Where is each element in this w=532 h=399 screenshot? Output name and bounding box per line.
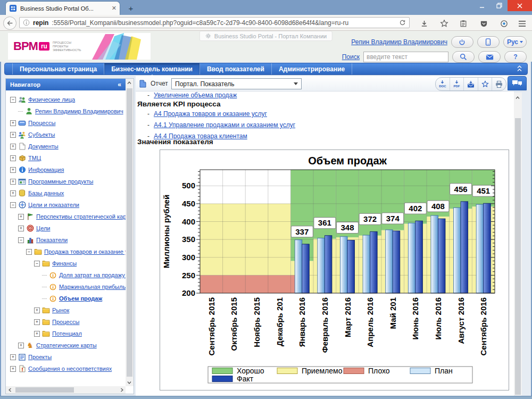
- nav-tab-2[interactable]: Ввод показателей: [200, 63, 272, 74]
- expand-node-icon[interactable]: +: [10, 179, 16, 185]
- maximize-button[interactable]: [491, 0, 508, 11]
- menu-button[interactable]: [517, 19, 527, 28]
- back-button[interactable]: [3, 16, 16, 30]
- collapse-sidebar-icon[interactable]: «: [118, 81, 121, 88]
- help-button[interactable]: ?: [504, 51, 527, 63]
- export-pdf-button[interactable]: PDF: [450, 78, 464, 90]
- tree-item-label[interactable]: Финансы: [52, 260, 77, 267]
- new-tab-button[interactable]: +: [123, 3, 138, 14]
- close-window-button[interactable]: [508, 0, 532, 11]
- tree-item-label[interactable]: Доля затрат на продажу и логис: [59, 272, 126, 278]
- sidebar-horizontal-scrollbar[interactable]: [6, 386, 126, 394]
- expand-node-icon[interactable]: +: [34, 319, 40, 325]
- sidebar-tree-item[interactable]: −Продажа товаров и оказание услуг: [6, 246, 126, 257]
- tree-item-label[interactable]: ТМЦ: [28, 155, 41, 161]
- scroll-left-icon[interactable]: [6, 386, 13, 394]
- sidebar-tree-item[interactable]: Доля затрат на продажу и логис: [6, 269, 126, 281]
- expand-node-icon[interactable]: +: [10, 155, 16, 161]
- kpi-process-link[interactable]: A4.1 Управление продажами и оказанием ус…: [154, 121, 295, 129]
- sidebar-tree-item[interactable]: +Документы: [6, 140, 126, 152]
- expand-node-icon[interactable]: +: [18, 214, 24, 220]
- expand-node-icon[interactable]: +: [10, 120, 16, 126]
- tree-item-label[interactable]: Процессы: [52, 319, 79, 325]
- tree-item-label[interactable]: Рынок: [52, 307, 69, 313]
- goal-link[interactable]: Увеличение объема продаж: [154, 92, 237, 99]
- sidebar-tree-item[interactable]: +ТМЦ: [6, 152, 126, 164]
- tree-item-label[interactable]: Объем продаж: [59, 295, 102, 302]
- sidebar-vertical-scrollbar[interactable]: [126, 79, 134, 386]
- scroll-up-icon[interactable]: [514, 94, 521, 101]
- bookmarks-menu-button[interactable]: [459, 19, 468, 28]
- comments-button[interactable]: [508, 76, 527, 90]
- export-doc-button[interactable]: DOC: [436, 78, 450, 90]
- collapse-node-icon[interactable]: −: [34, 261, 40, 267]
- expand-node-icon[interactable]: +: [10, 132, 16, 138]
- collapse-node-icon[interactable]: −: [10, 202, 16, 208]
- sidebar-tree-item[interactable]: −Показатели: [6, 234, 126, 246]
- scroll-up-icon[interactable]: [126, 79, 133, 86]
- tree-item-label[interactable]: Информация: [28, 167, 64, 173]
- reload-icon[interactable]: [399, 19, 406, 26]
- sidebar-tree-item[interactable]: Репин Владимир Владимирович: [6, 105, 126, 117]
- sidebar-tree-item[interactable]: Маржинальная прибыль: [6, 281, 126, 293]
- tree-item-label[interactable]: Документы: [28, 143, 59, 149]
- messages-button[interactable]: [478, 51, 501, 63]
- expand-node-icon[interactable]: +: [34, 331, 40, 337]
- tree-item-label[interactable]: Показатели: [36, 237, 68, 243]
- print-button[interactable]: [492, 78, 506, 90]
- sidebar-tree-item[interactable]: +Базы данных: [6, 187, 126, 199]
- sidebar-tree-item[interactable]: +Потенциал: [6, 328, 126, 339]
- expand-node-icon[interactable]: +: [10, 167, 16, 173]
- sidebar-tree-item[interactable]: +Рынок: [6, 304, 126, 316]
- tree-item-label[interactable]: Программные продукты: [28, 178, 93, 185]
- address-bar[interactable]: repin:5558/Portal_Kompanii/businessmodel…: [19, 17, 410, 28]
- send-mail-button[interactable]: [463, 78, 478, 90]
- content-vertical-scrollbar[interactable]: [514, 93, 522, 396]
- expand-node-icon[interactable]: +: [10, 190, 16, 196]
- sidebar-tree-item[interactable]: Объем продаж: [6, 293, 126, 304]
- sidebar-tree-item[interactable]: +Цели: [6, 222, 126, 234]
- kpi-process-link[interactable]: A4 Продажа товаров и оказание услуг: [154, 110, 267, 118]
- sidebar-tree-item[interactable]: +Перспективы стратегической карты: [6, 211, 126, 222]
- tree-item-label[interactable]: Цели и показатели: [28, 202, 79, 208]
- close-tab-icon[interactable]: ✕: [112, 5, 117, 12]
- scrollbar-thumb[interactable]: [15, 387, 74, 393]
- search-button[interactable]: [452, 51, 475, 63]
- expand-node-icon[interactable]: +: [18, 343, 24, 348]
- tree-item-label[interactable]: Физические лица: [28, 96, 75, 103]
- browser-tab[interactable]: Business Studio Portal Об... ✕: [5, 1, 120, 15]
- scrollbar-thumb[interactable]: [127, 88, 132, 377]
- search-input[interactable]: [363, 52, 448, 62]
- sidebar-tree-item[interactable]: +Программные продукты: [6, 176, 126, 187]
- collapse-node-icon[interactable]: −: [10, 97, 16, 103]
- scroll-right-icon[interactable]: [118, 386, 126, 394]
- language-select[interactable]: Рус: [503, 36, 527, 48]
- scroll-down-icon[interactable]: [126, 379, 133, 386]
- report-select[interactable]: Портал. Показатель: [171, 78, 302, 89]
- minimize-button[interactable]: [473, 0, 491, 11]
- tree-item-label[interactable]: Стратегические карты: [36, 342, 97, 348]
- sidebar-tree-item[interactable]: +Процессы: [6, 316, 126, 328]
- mobile-version-button[interactable]: [477, 36, 500, 48]
- tree-item-label[interactable]: Репин Владимир Владимирович: [35, 108, 123, 114]
- nav-tab-0[interactable]: Персональная страница: [12, 63, 104, 74]
- tree-item-label[interactable]: Субъекты: [28, 131, 55, 138]
- downloads-button[interactable]: [419, 19, 429, 28]
- sidebar-tree-item[interactable]: +Информация: [6, 164, 126, 176]
- tree-item-label[interactable]: Процессы: [28, 120, 55, 126]
- nav-tab-1[interactable]: Бизнес-модель компании: [104, 63, 200, 74]
- sidebar-tree-item[interactable]: −Физические лица: [6, 94, 126, 105]
- sidebar-tree-item[interactable]: −Финансы: [6, 257, 126, 269]
- tree-item-label[interactable]: Перспективы стратегической карты: [36, 213, 126, 220]
- page-info-icon[interactable]: [23, 19, 30, 26]
- expand-node-icon[interactable]: +: [10, 354, 16, 360]
- pocket-button[interactable]: [479, 19, 488, 28]
- tree-item-label[interactable]: Проекты: [28, 354, 52, 360]
- expand-node-icon[interactable]: +: [10, 144, 16, 149]
- expand-node-icon[interactable]: +: [18, 226, 24, 231]
- tree-item-label[interactable]: Потенциал: [52, 330, 82, 337]
- sidebar-tree-item[interactable]: +Субъекты: [6, 129, 126, 140]
- scrollbar-thumb[interactable]: [515, 118, 521, 395]
- tree-item-label[interactable]: Базы данных: [28, 190, 64, 196]
- tree-item-label[interactable]: Продажа товаров и оказание услуг: [44, 248, 126, 255]
